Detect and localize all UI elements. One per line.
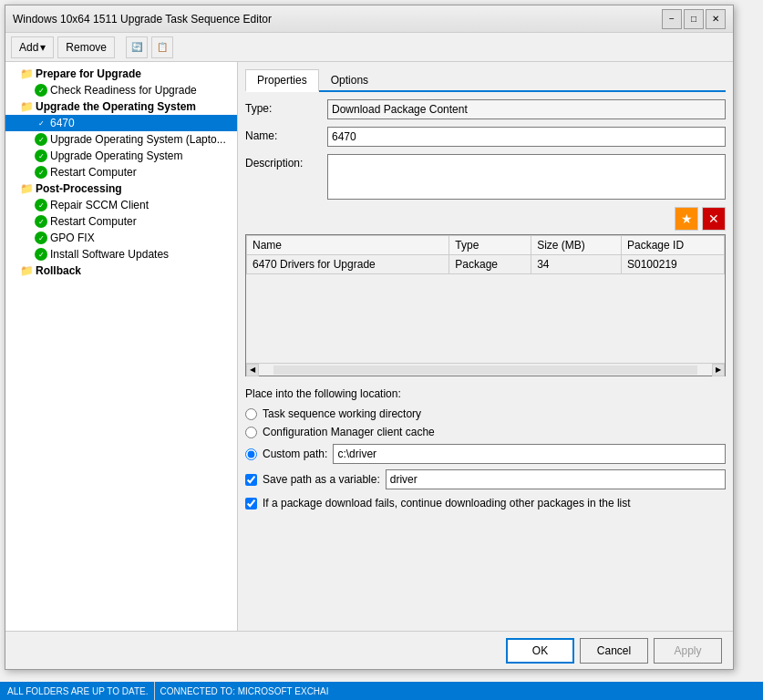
check-icon-upgrade-laptop: ✓	[35, 133, 47, 146]
tree-group-prepare[interactable]: 📁 Prepare for Upgrade	[5, 66, 237, 82]
scroll-left-arrow[interactable]: ◀	[246, 364, 259, 376]
status-bar: ALL FOLDERS ARE UP TO DATE. CONNECTED TO…	[0, 682, 763, 700]
remove-button[interactable]: Remove	[57, 36, 115, 58]
description-input[interactable]	[327, 154, 726, 200]
tree-group-rollback[interactable]: 📁 Rollback	[5, 262, 237, 279]
toolbar: Add ▾ Remove 🔄 📋	[5, 33, 733, 62]
col-pkg-id[interactable]: Package ID	[622, 236, 725, 255]
check-icon-restart1: ✓	[35, 166, 47, 179]
window-title: Windows 10x64 1511 Upgrade Task Sequence…	[13, 13, 662, 26]
custom-path-input[interactable]	[333, 444, 726, 464]
tree-item-upgrade-os[interactable]: ✓ Upgrade Operating System	[5, 148, 237, 164]
type-input[interactable]	[327, 99, 726, 119]
description-label: Description:	[245, 154, 327, 170]
name-label: Name:	[245, 127, 327, 142]
main-content: 📁 Prepare for Upgrade ✓ Check Readiness …	[5, 62, 733, 631]
check-icon-sccm: ✓	[35, 199, 47, 211]
continue-label[interactable]: If a package download fails, continue do…	[263, 497, 631, 510]
cell-pkg-id: S0100219	[622, 255, 725, 274]
radio-row-ccm-cache: Configuration Manager client cache	[245, 426, 726, 438]
toolbar-icon2-button[interactable]: 📋	[151, 36, 173, 58]
tree-item-check-readiness[interactable]: ✓ Check Readiness for Upgrade	[5, 82, 237, 98]
package-table: Name Type Size (MB) Package ID 6470 Driv…	[246, 235, 725, 274]
folder-icon-post: 📁	[20, 182, 33, 195]
type-label: Type:	[245, 99, 327, 115]
toolbar-icons: 🔄 📋	[126, 36, 173, 58]
tab-options[interactable]: Options	[319, 69, 380, 90]
tree-item-restart2[interactable]: ✓ Restart Computer	[5, 213, 237, 230]
package-toolbar: ★ ✕	[245, 207, 726, 231]
tab-properties[interactable]: Properties	[245, 69, 319, 92]
tree-item-upgrade-laptop[interactable]: ✓ Upgrade Operating System (Lapto...	[5, 131, 237, 148]
status-text2: CONNECTED TO: MICROSOFT EXCHAI	[160, 686, 329, 696]
tree-item-6470[interactable]: ✓ 6470	[5, 115, 237, 131]
tree-item-restart1[interactable]: ✓ Restart Computer	[5, 164, 237, 180]
folder-icon: 📁	[20, 67, 33, 80]
folder-icon-upgrade: 📁	[20, 100, 33, 113]
radio-custom-path-label[interactable]: Custom path:	[263, 448, 327, 460]
cell-name: 6470 Drivers for Upgrade	[247, 255, 449, 274]
package-table-container: Name Type Size (MB) Package ID 6470 Driv…	[245, 234, 726, 376]
title-buttons: − □ ✕	[662, 9, 726, 29]
apply-button[interactable]: Apply	[654, 638, 722, 664]
location-label: Place into the following location:	[245, 387, 726, 400]
scroll-right-arrow[interactable]: ▶	[712, 364, 725, 376]
add-button[interactable]: Add ▾	[11, 36, 54, 58]
tabs: Properties Options	[245, 69, 726, 92]
continue-checkbox-row: If a package download fails, continue do…	[245, 497, 726, 510]
package-table-scroll[interactable]: Name Type Size (MB) Package ID 6470 Driv…	[246, 235, 725, 363]
name-row: Name:	[245, 127, 726, 147]
custom-path-row: Custom path:	[245, 444, 726, 464]
cancel-button[interactable]: Cancel	[580, 638, 648, 664]
radio-task-sequence[interactable]	[245, 408, 257, 420]
tree-item-install-updates[interactable]: ✓ Install Software Updates	[5, 246, 237, 262]
toolbar-icon1-button[interactable]: 🔄	[126, 36, 148, 58]
continue-checkbox[interactable]	[245, 498, 257, 510]
tree-item-gpo-fix[interactable]: ✓ GPO FIX	[5, 230, 237, 246]
status-divider	[154, 682, 155, 700]
radio-task-sequence-label[interactable]: Task sequence working directory	[263, 407, 421, 420]
right-panel: Properties Options Type: Name: Descripti…	[238, 62, 733, 631]
check-icon-updates: ✓	[35, 248, 47, 261]
check-icon-upgrade-os: ✓	[35, 149, 47, 162]
radio-ccm-cache-label[interactable]: Configuration Manager client cache	[263, 426, 435, 438]
bottom-bar: OK Cancel Apply	[5, 631, 733, 669]
selected-icon: ✓	[35, 117, 47, 129]
cell-size: 34	[531, 255, 622, 274]
save-path-checkbox[interactable]	[245, 474, 257, 486]
col-size[interactable]: Size (MB)	[531, 236, 622, 255]
radio-ccm-cache[interactable]	[245, 427, 257, 438]
col-type[interactable]: Type	[449, 236, 531, 255]
folder-icon-rollback: 📁	[20, 264, 33, 277]
check-icon: ✓	[35, 84, 47, 97]
description-row: Description:	[245, 154, 726, 200]
col-name[interactable]: Name	[247, 236, 449, 255]
name-input[interactable]	[327, 127, 726, 147]
tree-item-repair-sccm[interactable]: ✓ Repair SCCM Client	[5, 197, 237, 213]
horizontal-scrollbar[interactable]: ◀ ▶	[246, 363, 725, 376]
type-row: Type:	[245, 99, 726, 119]
save-path-row: Save path as a variable:	[245, 469, 726, 489]
cell-type: Package	[449, 255, 531, 274]
radio-row-task-sequence: Task sequence working directory	[245, 407, 726, 420]
ok-button[interactable]: OK	[506, 638, 574, 664]
check-icon-restart2: ✓	[35, 215, 47, 228]
table-row[interactable]: 6470 Drivers for Upgrade Package 34 S010…	[247, 255, 725, 274]
status-text1: ALL FOLDERS ARE UP TO DATE.	[7, 686, 149, 696]
save-path-input[interactable]	[386, 469, 726, 489]
tree-group-upgrade[interactable]: 📁 Upgrade the Operating System	[5, 98, 237, 115]
check-icon-gpo: ✓	[35, 232, 47, 244]
add-package-button[interactable]: ★	[675, 207, 698, 231]
maximize-button[interactable]: □	[684, 9, 704, 29]
location-section: Place into the following location: Task …	[245, 387, 726, 510]
save-path-label[interactable]: Save path as a variable:	[263, 473, 380, 486]
close-button[interactable]: ✕	[706, 9, 726, 29]
main-window: Windows 10x64 1511 Upgrade Task Sequence…	[5, 5, 734, 670]
radio-custom-path[interactable]	[245, 448, 257, 460]
tree-panel: 📁 Prepare for Upgrade ✓ Check Readiness …	[5, 62, 238, 631]
title-bar: Windows 10x64 1511 Upgrade Task Sequence…	[5, 5, 733, 33]
scrollbar-track[interactable]	[273, 365, 697, 375]
minimize-button[interactable]: −	[662, 9, 682, 29]
tree-group-post[interactable]: 📁 Post-Processing	[5, 180, 237, 197]
delete-package-button[interactable]: ✕	[702, 207, 726, 231]
